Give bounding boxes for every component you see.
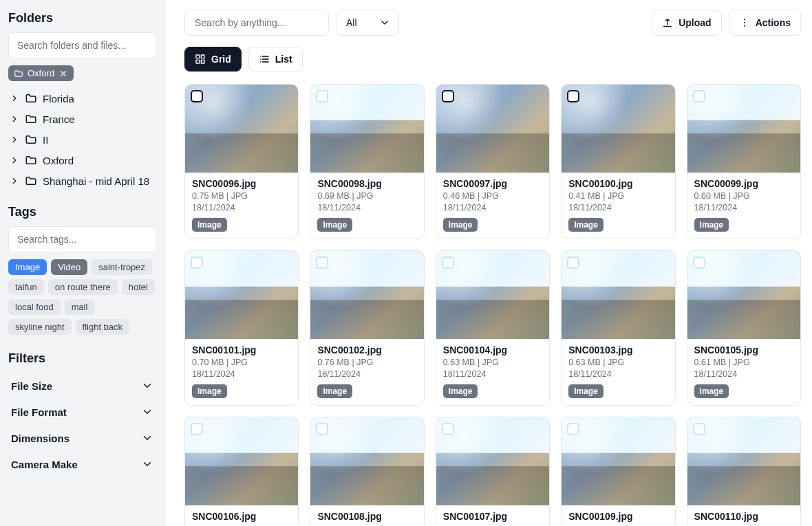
svg-point-9: [260, 61, 261, 62]
thumbnail[interactable]: [310, 85, 423, 173]
asset-card[interactable]: SNC00107.jpg: [436, 417, 550, 526]
thumbnail[interactable]: [185, 251, 298, 339]
asset-card[interactable]: SNC00101.jpg0.70 MB | JPG18/11/2024Image: [184, 250, 299, 406]
asset-card[interactable]: SNC00103.jpg0.63 MB | JPG18/11/2024Image: [561, 250, 675, 406]
thumbnail[interactable]: [310, 417, 423, 505]
asset-card[interactable]: SNC00096.jpg0.75 MB | JPG18/11/2024Image: [184, 84, 299, 239]
thumbnail[interactable]: [687, 251, 800, 339]
type-badge: Image: [192, 384, 227, 398]
select-checkbox[interactable]: [191, 423, 203, 435]
svg-rect-4: [201, 55, 204, 58]
tag[interactable]: hotel: [122, 279, 155, 295]
file-date: 18/11/2024: [192, 202, 291, 214]
asset-card[interactable]: SNC00106.jpg: [184, 417, 299, 526]
file-name: SNC00107.jpg: [443, 511, 542, 522]
file-date: 18/11/2024: [694, 369, 793, 380]
asset-card[interactable]: SNC00099.jpg0.60 MB | JPG18/11/2024Image: [687, 84, 801, 239]
select-checkbox[interactable]: [316, 256, 328, 269]
file-meta: 0.61 MB | JPG: [694, 357, 793, 369]
file-meta: 0.70 MB | JPG: [192, 357, 291, 369]
view-grid-button[interactable]: Grid: [184, 47, 242, 72]
tag[interactable]: Image: [8, 259, 47, 275]
file-name: SNC00100.jpg: [568, 178, 667, 189]
card-body: SNC00105.jpg0.61 MB | JPG18/11/2024Image: [687, 339, 800, 405]
svg-rect-5: [196, 60, 200, 63]
card-body: SNC00100.jpg0.41 MB | JPG18/11/2024Image: [562, 173, 674, 239]
thumbnail[interactable]: [436, 85, 549, 173]
select-checkbox[interactable]: [442, 256, 454, 269]
select-checkbox[interactable]: [442, 90, 454, 102]
select-checkbox[interactable]: [316, 90, 328, 102]
svg-point-2: [744, 25, 745, 27]
asset-card[interactable]: SNC00105.jpg0.61 MB | JPG18/11/2024Image: [687, 250, 801, 406]
tag[interactable]: Video: [51, 259, 87, 275]
asset-card[interactable]: SNC00104.jpg0.63 MB | JPG18/11/2024Image: [436, 250, 550, 406]
file-name: SNC00103.jpg: [568, 344, 667, 355]
folder-search-input[interactable]: [8, 32, 156, 58]
thumbnail[interactable]: [185, 85, 298, 173]
thumbnail[interactable]: [436, 417, 549, 505]
file-date: 18/11/2024: [317, 369, 416, 380]
thumbnail[interactable]: [562, 417, 674, 505]
search-input[interactable]: [184, 10, 329, 36]
asset-card[interactable]: SNC00110.jpg: [687, 417, 801, 526]
thumbnail[interactable]: [562, 251, 674, 339]
select-checkbox[interactable]: [693, 423, 705, 435]
select-checkbox[interactable]: [693, 90, 705, 102]
filter-item[interactable]: Camera Make: [8, 451, 156, 477]
thumbnail[interactable]: [436, 251, 549, 339]
thumbnail[interactable]: [562, 85, 674, 173]
asset-card[interactable]: SNC00102.jpg0.76 MB | JPG18/11/2024Image: [310, 250, 424, 406]
tag[interactable]: skyline night: [8, 319, 72, 335]
actions-button[interactable]: Actions: [729, 10, 801, 36]
asset-card[interactable]: SNC00098.jpg0.69 MB | JPG18/11/2024Image: [310, 84, 424, 239]
tag[interactable]: taifun: [8, 279, 44, 295]
filter-item[interactable]: File Size: [8, 373, 156, 399]
file-name: SNC00098.jpg: [317, 178, 416, 189]
folder-name: Shanghai - mid April 18: [43, 175, 149, 187]
close-icon[interactable]: [58, 69, 68, 78]
folder-icon: [25, 113, 37, 125]
filter-item[interactable]: Dimensions: [8, 425, 156, 451]
card-body: SNC00102.jpg0.76 MB | JPG18/11/2024Image: [310, 339, 423, 405]
asset-card[interactable]: SNC00100.jpg0.41 MB | JPG18/11/2024Image: [561, 84, 675, 239]
tag[interactable]: local food: [8, 299, 61, 315]
upload-button[interactable]: Upload: [652, 10, 721, 36]
select-checkbox[interactable]: [316, 423, 328, 435]
folder-item[interactable]: Shanghai - mid April 18: [7, 171, 156, 191]
chevron-right-icon: [10, 94, 19, 103]
file-meta: 0.46 MB | JPG: [443, 190, 542, 202]
folder-icon: [14, 69, 23, 78]
upload-icon: [662, 17, 673, 28]
view-list-button[interactable]: List: [248, 47, 303, 72]
select-checkbox[interactable]: [567, 256, 579, 269]
asset-card[interactable]: SNC00108.jpg: [310, 417, 424, 526]
select-checkbox[interactable]: [567, 423, 579, 435]
tag[interactable]: flight back: [76, 319, 130, 335]
asset-card[interactable]: SNC00109.jpg: [561, 417, 675, 526]
type-filter-dropdown[interactable]: All: [336, 10, 399, 36]
folder-item[interactable]: France: [7, 109, 156, 129]
folder-item[interactable]: Florida: [7, 88, 156, 109]
folder-item[interactable]: II: [7, 129, 156, 150]
thumbnail[interactable]: [310, 251, 423, 339]
folder-item[interactable]: Oxford: [7, 150, 156, 171]
thumbnail[interactable]: [687, 85, 800, 173]
file-name: SNC00101.jpg: [192, 344, 291, 355]
tags-search-input[interactable]: [8, 226, 156, 252]
asset-card[interactable]: SNC00097.jpg0.46 MB | JPG18/11/2024Image: [436, 84, 550, 239]
select-checkbox[interactable]: [567, 90, 579, 102]
select-checkbox[interactable]: [693, 256, 705, 269]
filter-item[interactable]: File Format: [8, 399, 156, 425]
tag[interactable]: on route there: [48, 279, 118, 295]
select-checkbox[interactable]: [191, 256, 203, 269]
select-checkbox[interactable]: [442, 423, 454, 435]
breadcrumb-chip[interactable]: Oxford: [8, 65, 74, 81]
tag[interactable]: saint-tropez: [92, 259, 152, 275]
card-body: SNC00096.jpg0.75 MB | JPG18/11/2024Image: [185, 173, 298, 239]
tag[interactable]: mall: [65, 299, 95, 315]
chevron-down-icon: [141, 432, 153, 444]
thumbnail[interactable]: [185, 417, 298, 505]
select-checkbox[interactable]: [191, 90, 203, 102]
thumbnail[interactable]: [687, 417, 800, 505]
